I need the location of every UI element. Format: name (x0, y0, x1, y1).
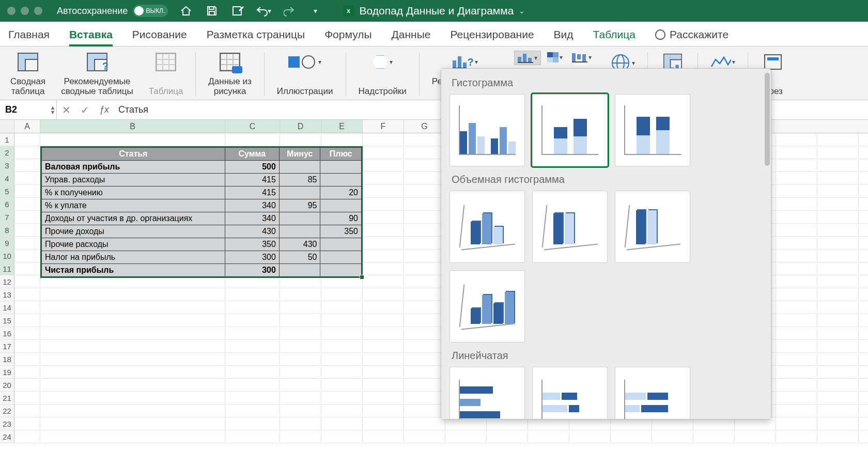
col-header-G[interactable]: G (404, 120, 445, 133)
table-row[interactable]: Прочие расходы350430 (42, 238, 362, 251)
cell-sum[interactable]: 340 (225, 212, 279, 225)
row-header[interactable]: 19 (0, 366, 14, 379)
row-header[interactable]: 6 (0, 198, 14, 211)
row-header[interactable]: 14 (0, 301, 14, 314)
fx-icon[interactable]: ƒx (99, 104, 109, 115)
cell-minus[interactable]: 430 (279, 238, 320, 251)
cell-sum[interactable]: 300 (225, 264, 279, 277)
table-row[interactable]: Управ. расходы41585 (42, 174, 362, 186)
panel-scroll-thumb[interactable] (765, 73, 770, 166)
row-header[interactable]: 9 (0, 237, 14, 250)
row-header[interactable]: 15 (0, 314, 14, 327)
chart-stacked-bar[interactable] (532, 367, 608, 419)
tell-me[interactable]: Расскажите (655, 28, 729, 46)
row-header[interactable]: 3 (0, 159, 14, 172)
row-header[interactable]: 21 (0, 392, 14, 405)
chevron-down-icon[interactable]: ▾ (268, 7, 271, 15)
illustrations-button[interactable]: ▾ Иллюстрации (273, 50, 337, 100)
cell-label[interactable]: Прочие доходы (42, 225, 225, 238)
addins-button[interactable]: ▾ Надстройки (354, 50, 411, 100)
tab-formulas[interactable]: Формулы (324, 28, 371, 46)
tab-page-layout[interactable]: Разметка страницы (207, 28, 305, 46)
cell-sum[interactable]: 350 (225, 238, 279, 251)
zoom-icon[interactable] (34, 7, 42, 15)
chart-clustered-column[interactable] (450, 94, 525, 166)
chevron-down-icon[interactable]: ⌄ (519, 7, 525, 15)
tab-view[interactable]: Вид (554, 28, 574, 46)
chart-100-stacked-bar[interactable] (615, 367, 690, 419)
cell-plus[interactable]: 90 (320, 212, 362, 225)
col-header-B[interactable]: B (40, 120, 225, 133)
table-row[interactable]: Доходы от участия в др. организациях3409… (42, 212, 362, 225)
customize-qat-icon[interactable]: ▾ (307, 3, 323, 19)
save-edit-icon[interactable] (230, 3, 245, 19)
selection-handle[interactable] (360, 275, 364, 279)
autosave-toggle[interactable]: ВЫКЛ. (133, 5, 168, 17)
row-header[interactable]: 13 (0, 288, 14, 301)
table-row[interactable]: Налог на прибыль30050 (42, 251, 362, 264)
cell-label[interactable]: Прочие расходы (42, 238, 225, 251)
accept-formula-button[interactable]: ✓ (75, 104, 94, 116)
cell-label[interactable]: Валовая прибыль (42, 161, 225, 174)
recommended-pivot-button[interactable]: ? Рекомендуемыесводные таблицы (57, 50, 137, 100)
document-title[interactable]: x Водопад Данные и Диаграмма ⌄ (343, 5, 525, 17)
row-header[interactable]: 1 (0, 133, 14, 146)
chart-stacked-column[interactable] (532, 94, 608, 166)
cell-label[interactable]: Доходы от участия в др. организациях (42, 212, 225, 225)
row-header[interactable]: 23 (0, 417, 14, 430)
save-icon[interactable] (204, 3, 220, 19)
cell-minus[interactable]: 85 (279, 174, 320, 186)
table-row[interactable]: Валовая прибыль500 (42, 161, 362, 174)
table-row[interactable]: Прочие доходы430350 (42, 225, 362, 238)
tab-table[interactable]: Таблица (593, 28, 636, 46)
undo-icon[interactable]: ▾ (256, 3, 271, 19)
row-header[interactable]: 16 (0, 327, 14, 340)
pivot-table-button[interactable]: Своднаятаблица (6, 50, 50, 100)
minimize-icon[interactable] (21, 7, 29, 15)
cell-label[interactable]: Управ. расходы (42, 174, 225, 186)
home-icon[interactable] (178, 3, 194, 19)
name-box-stepper[interactable]: ▴▾ (51, 105, 54, 115)
data-from-picture-button[interactable]: Данные изрисунка (204, 50, 255, 100)
cell-plus[interactable] (320, 238, 362, 251)
table-row[interactable]: Чистая прибыль300 (42, 264, 362, 277)
row-header[interactable]: 18 (0, 353, 14, 366)
tab-data[interactable]: Данные (392, 28, 431, 46)
cell-label[interactable]: Налог на прибыль (42, 251, 225, 264)
waterfall-chart-button[interactable]: ▾ (569, 51, 595, 64)
close-icon[interactable] (7, 7, 16, 15)
row-header[interactable]: 12 (0, 275, 14, 288)
cell-plus[interactable] (320, 174, 362, 186)
tab-insert[interactable]: Вставка (69, 28, 113, 46)
col-header-C[interactable]: C (225, 120, 280, 133)
table-row[interactable]: % к получению41520 (42, 186, 362, 199)
cell-minus[interactable] (279, 161, 320, 174)
cell-label[interactable]: Чистая прибыль (42, 264, 225, 277)
row-header[interactable]: 11 (0, 262, 14, 275)
chart-clustered-bar[interactable] (450, 367, 525, 419)
row-header[interactable]: 10 (0, 250, 14, 262)
cell-sum[interactable]: 430 (225, 225, 279, 238)
cell-minus[interactable] (279, 212, 320, 225)
col-header-E[interactable]: E (321, 120, 363, 133)
row-header[interactable]: 20 (0, 379, 14, 392)
row-header[interactable]: 2 (0, 146, 14, 159)
cell-sum[interactable]: 300 (225, 251, 279, 264)
cell-sum[interactable]: 340 (225, 199, 279, 212)
hierarchy-chart-button[interactable]: ▾ (544, 51, 566, 64)
tab-draw[interactable]: Рисование (132, 28, 187, 46)
row-header[interactable]: 17 (0, 340, 14, 353)
cell-sum[interactable]: 415 (225, 174, 279, 186)
chart-3d-clustered-column[interactable] (450, 191, 525, 263)
chart-3d-column[interactable] (450, 270, 525, 343)
row-header[interactable]: 7 (0, 211, 14, 224)
formula-content[interactable]: Статья (114, 104, 148, 115)
chart-3d-100-stacked-column[interactable] (615, 191, 690, 263)
cell-minus[interactable] (279, 264, 320, 277)
column-chart-button[interactable]: ▾ (514, 51, 541, 65)
cancel-formula-button[interactable]: ✕ (57, 104, 75, 116)
row-header[interactable]: 22 (0, 405, 14, 417)
col-header-A[interactable]: A (14, 120, 40, 133)
col-header-D[interactable]: D (280, 120, 321, 133)
cell-minus[interactable]: 50 (279, 251, 320, 264)
